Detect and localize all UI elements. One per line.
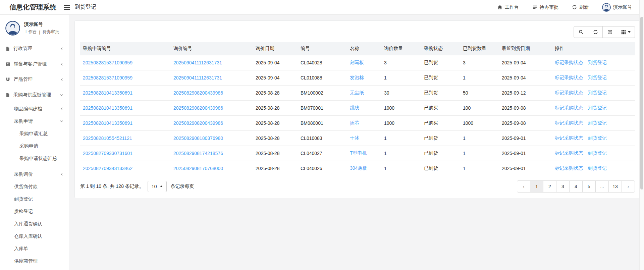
- sidebar-item-supplier-payment[interactable]: 供货商付款: [0, 180, 69, 193]
- sidebar-item-supplier-management[interactable]: 供应商管理: [0, 255, 69, 267]
- mark-purchase-status-link[interactable]: 标记采购状态: [555, 75, 583, 80]
- table-header-row: 采购申请编号 询价编号 询价日期 编号 名称 询价数量 采购状态 已到货数量 最…: [80, 42, 635, 55]
- arrival-register-link[interactable]: 到货登记: [588, 165, 607, 171]
- sidebar-item-quality-inspection[interactable]: 质检登记: [0, 205, 69, 218]
- arrival-register-link[interactable]: 到货登记: [588, 150, 607, 156]
- per-page-label: 条记录每页: [170, 183, 194, 190]
- item-name-link[interactable]: 插芯: [350, 120, 359, 125]
- arrival-register-link[interactable]: 到货登记: [588, 60, 607, 65]
- purchase-request-no-link[interactable]: 2025082810413350691: [83, 105, 132, 111]
- topnav-todo-approvals[interactable]: 待办审批: [532, 4, 558, 10]
- arrival-register-link[interactable]: 到货登记: [588, 135, 607, 141]
- purchase-request-no-link[interactable]: 2025082810554521121: [83, 136, 132, 141]
- inquiry-no-link[interactable]: 2025082908174218576: [173, 151, 223, 156]
- inquiry-qty-cell: 1000: [381, 115, 421, 130]
- vertical-scrollbar[interactable]: [639, 0, 644, 270]
- mark-purchase-status-link[interactable]: 标记采购状态: [555, 120, 583, 125]
- sidebar-item-purchase-request-summary[interactable]: 采购申请汇总: [0, 127, 69, 140]
- sidebar-item-purchase-request-page[interactable]: 采购申请: [0, 140, 69, 152]
- pagination-page-4[interactable]: 4: [569, 180, 583, 193]
- table-footer: 第 1 到 10 条, 共 128 条记录。 10 条记录每页 ‹ 1 2 3 …: [80, 180, 635, 193]
- pagination-page-3[interactable]: 3: [556, 180, 570, 193]
- sidebar-item-item-coding[interactable]: 物品编码建档: [0, 103, 69, 115]
- item-name-link[interactable]: 304薄板: [350, 165, 367, 171]
- chevron-left-icon: [60, 47, 63, 51]
- topnav-refresh[interactable]: 刷新: [572, 4, 589, 10]
- sidebar-item-label: 入库单: [14, 246, 28, 252]
- purchase-request-no-link[interactable]: 2025082810413350691: [83, 90, 132, 96]
- sidebar-item-purchase-request[interactable]: 采购申请: [0, 115, 69, 127]
- sidebar-item-purchase-inquiry[interactable]: 采购询价: [0, 168, 69, 180]
- inquiry-no-link[interactable]: 2025082908200439986: [173, 120, 223, 126]
- topnav-workbench[interactable]: 工作台: [497, 4, 519, 10]
- arrival-register-link[interactable]: 到货登记: [588, 75, 607, 80]
- mark-purchase-status-link[interactable]: 标记采购状态: [555, 150, 583, 156]
- item-name-link[interactable]: 无尘纸: [350, 90, 364, 95]
- col-purchase-status: 采购状态: [421, 42, 460, 55]
- last-arrival-date-cell: 2025-09-01: [499, 161, 552, 176]
- pagination-page-2[interactable]: 2: [543, 180, 556, 193]
- code-cell: CL010088: [298, 70, 347, 85]
- sidebar-item-administration[interactable]: 行政管理: [0, 41, 69, 56]
- item-name-link[interactable]: 跳线: [350, 105, 359, 110]
- inquiry-no-link[interactable]: 2025082908180376980: [173, 136, 223, 141]
- sidebar-item-purchase-request-status-summary[interactable]: 采购申请状态汇总: [0, 152, 69, 165]
- arrival-register-link[interactable]: 到货登记: [588, 105, 607, 110]
- table-row: 2025082810413350691 2025082908200439986 …: [80, 115, 635, 130]
- code-cell: CL040028: [298, 55, 347, 70]
- pagination-page-13[interactable]: 13: [608, 180, 622, 193]
- arrival-register-link[interactable]: 到货登记: [588, 120, 607, 125]
- sidebar-item-inbound-order[interactable]: 入库单: [0, 242, 69, 255]
- item-name-link[interactable]: 刻写板: [350, 60, 364, 65]
- pagination-next[interactable]: ›: [622, 180, 635, 193]
- mark-purchase-status-link[interactable]: 标记采购状态: [555, 165, 583, 171]
- inquiry-no-link[interactable]: 2025082908170768000: [173, 166, 223, 171]
- last-arrival-date-cell: 2025-09-12: [499, 85, 552, 100]
- content-area: 采购申请编号 询价编号 询价日期 编号 名称 询价数量 采购状态 已到货数量 最…: [69, 15, 644, 270]
- purchase-request-no-link[interactable]: 2025082709330731601: [83, 151, 132, 156]
- pagination-page-5[interactable]: 5: [582, 180, 596, 193]
- mark-purchase-status-link[interactable]: 标记采购状态: [555, 135, 583, 141]
- topnav-user-menu[interactable]: 演示账号: [602, 3, 632, 12]
- col-code: 编号: [298, 42, 347, 55]
- inquiry-no-link[interactable]: 2025090411112631731: [173, 75, 222, 80]
- arrival-register-link[interactable]: 到货登记: [588, 90, 607, 95]
- inquiry-no-link[interactable]: 2025090411112631731: [173, 60, 222, 65]
- refresh-table-button[interactable]: [588, 26, 603, 38]
- sidebar-todo-link[interactable]: 待办审批: [43, 29, 59, 35]
- columns-button[interactable]: [617, 26, 635, 38]
- purchase-request-no-link[interactable]: 2025082810413350691: [83, 120, 132, 126]
- item-name-link[interactable]: 干冰: [350, 135, 359, 141]
- sidebar-workbench-link[interactable]: 工作台: [24, 29, 37, 35]
- scrollbar-thumb[interactable]: [640, 17, 643, 190]
- sidebar-item-label: 到货登记: [14, 196, 33, 202]
- inquiry-qty-cell: 1000: [381, 100, 421, 115]
- topnav-refresh-label: 刷新: [579, 4, 589, 10]
- item-name-link[interactable]: 发泡棉: [350, 75, 364, 80]
- mark-purchase-status-link[interactable]: 标记采购状态: [555, 90, 583, 95]
- hamburger-menu-icon[interactable]: [64, 5, 70, 10]
- pagination-prev[interactable]: ‹: [517, 180, 530, 193]
- sidebar-item-arrival-registration[interactable]: 到货登记: [0, 193, 69, 205]
- sidebar-item-label: 采购申请: [19, 143, 38, 149]
- item-name-link[interactable]: T型电机: [350, 150, 367, 156]
- inquiry-date-cell: 2025-08-28: [253, 146, 298, 161]
- sidebar-item-warehouse-inbound-confirm[interactable]: 仓库入库确认: [0, 230, 69, 242]
- purchase-status-cell: 已购买: [421, 100, 460, 115]
- pagination-page-1[interactable]: 1: [530, 180, 543, 193]
- purchase-request-no-link[interactable]: 2025082815371090959: [83, 75, 132, 80]
- page-size-dropdown[interactable]: 10: [148, 181, 167, 192]
- sidebar-item-inbound-return-confirm[interactable]: 入库退货确认: [0, 218, 69, 230]
- sidebar-item-sales-customers[interactable]: 销售与客户管理: [0, 56, 69, 72]
- mark-purchase-status-link[interactable]: 标记采购状态: [555, 60, 583, 65]
- toggle-view-button[interactable]: [602, 26, 617, 38]
- sidebar-item-products[interactable]: 产品管理: [0, 72, 69, 87]
- sidebar-item-procurement-supply-chain[interactable]: 采购与供应链管理: [0, 87, 69, 103]
- inquiry-no-link[interactable]: 2025082908200439986: [173, 90, 223, 96]
- mark-purchase-status-link[interactable]: 标记采购状态: [555, 105, 583, 110]
- purchase-request-no-link[interactable]: 2025082815371090959: [83, 60, 132, 65]
- inquiry-no-link[interactable]: 2025082908200439986: [173, 105, 223, 111]
- purchase-request-no-link[interactable]: 2025082709343133462: [83, 166, 132, 171]
- refresh-icon: [572, 5, 577, 10]
- search-button[interactable]: [574, 26, 588, 38]
